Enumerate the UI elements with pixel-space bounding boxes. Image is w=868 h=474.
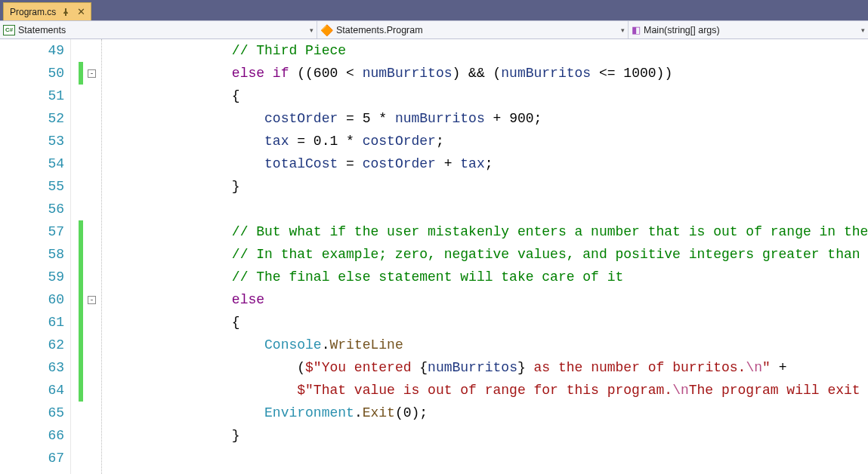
margin-row: - [71,62,101,85]
code-line[interactable]: // In that example; zero, negative value… [101,243,868,266]
code-line[interactable] [101,198,868,220]
line-number: 55 [0,175,64,198]
token: < [338,66,362,81]
token: { [232,315,240,330]
token: ; [485,156,493,171]
token: The program will exit now." [689,383,868,398]
code-area[interactable]: // Third Piece else if ((600 < numBurrit… [101,39,868,474]
change-bar [79,266,83,288]
margin-row [71,402,101,424]
code-line[interactable]: { [101,85,868,107]
code-line[interactable]: Environment.Exit(0); [101,402,868,424]
chevron-down-icon: ▾ [621,26,625,34]
token: " [762,360,771,375]
line-number: 60 [0,288,64,311]
token: Environment [264,405,354,420]
token: numBurritos [428,360,517,375]
token: numBurritos [363,66,453,81]
line-number: 58 [0,243,64,266]
code-line[interactable] [101,447,868,469]
fold-toggle[interactable]: - [88,296,96,304]
change-bar [79,62,83,85]
token: \n [746,360,762,375]
line-number-gutter: 49505152535455565758596061626364656667 [0,39,71,474]
token: ( [395,405,403,420]
code-line[interactable]: // Third Piece [101,39,868,62]
nav-class-dropdown[interactable]: 🔶 Statements.Program ▾ [317,21,629,38]
csharp-project-icon: C# [3,25,15,35]
token: numBurritos [395,111,485,126]
margin-row [71,107,101,130]
tab-program-cs[interactable]: Program.cs ✕ [3,2,91,20]
code-line[interactable]: totalCost = costOrder + tax; [101,152,868,175]
code-line[interactable]: else [101,288,868,311]
token: totalCost [264,156,338,171]
margin-row [71,266,101,288]
line-number: 63 [0,356,64,379]
change-bar [79,288,83,311]
margin-row [71,447,101,469]
code-line[interactable]: { [101,311,868,334]
close-icon[interactable]: ✕ [76,7,86,17]
code-line[interactable]: else if ((600 < numBurritos) && (numBurr… [101,62,868,85]
code-line[interactable]: } [101,175,868,198]
token: tax [264,134,289,149]
token: { [419,360,428,375]
code-editor[interactable]: 49505152535455565758596061626364656667 -… [0,39,868,474]
token: tax [460,156,484,171]
margin-row [71,356,101,379]
code-line[interactable]: } [101,424,868,447]
change-bar [79,243,83,266]
token: ) && ( [453,66,502,81]
margin-row [71,334,101,356]
token: } [232,179,240,194]
nav-method-label: Main(string[] args) [644,25,720,35]
code-line[interactable]: Console.WriteLine [101,334,868,356]
token: // In that example; zero, negative value… [232,247,868,262]
token: + [436,156,460,171]
token: $"That value is out of range for this pr… [297,383,672,398]
pin-icon[interactable] [60,7,71,17]
line-number: 56 [0,198,64,220]
margin-row: - [71,288,101,311]
line-number: 53 [0,130,64,152]
line-number: 50 [0,62,64,85]
token: * [370,111,394,126]
code-line[interactable]: $"That value is out of range for this pr… [101,379,868,402]
change-bar [79,220,83,243]
fold-toggle[interactable]: - [88,69,96,78]
token: = [338,156,362,171]
token: } [232,428,240,443]
change-bar [79,379,83,402]
code-line[interactable]: // The final else statement will take ca… [101,266,868,288]
line-number: 62 [0,334,64,356]
change-bar [79,334,83,356]
token: 5 [363,111,371,126]
token: + [485,111,509,126]
change-bar [79,311,83,334]
margin-row [71,311,101,334]
nav-scope-label: Statements [18,25,66,35]
token: 600 [314,66,338,81]
line-number: 64 [0,379,64,402]
token: = [338,111,362,126]
token: as the number of burritos. [526,360,746,375]
margin-row [71,175,101,198]
code-line[interactable]: tax = 0.1 * costOrder; [101,130,868,152]
token: // Third Piece [232,43,346,58]
code-line[interactable]: // But what if the user mistakenly enter… [101,220,868,243]
tab-strip: Program.cs ✕ [0,0,868,20]
token: $"You entered [305,360,419,375]
code-line[interactable]: costOrder = 5 * numBurritos + 900; [101,107,868,130]
token: <= [591,66,623,81]
line-number: 61 [0,311,64,334]
line-number: 52 [0,107,64,130]
nav-method-dropdown[interactable]: ◧ Main(string[] args) ▾ [629,21,868,38]
line-number: 54 [0,152,64,175]
line-number: 66 [0,424,64,447]
nav-scope-dropdown[interactable]: C# Statements ▾ [0,21,317,38]
code-line[interactable]: ($"You entered {numBurritos} as the numb… [101,356,868,379]
method-icon: ◧ [632,24,641,35]
token: 1000 [623,66,656,81]
editor-margin: -- [71,39,101,474]
